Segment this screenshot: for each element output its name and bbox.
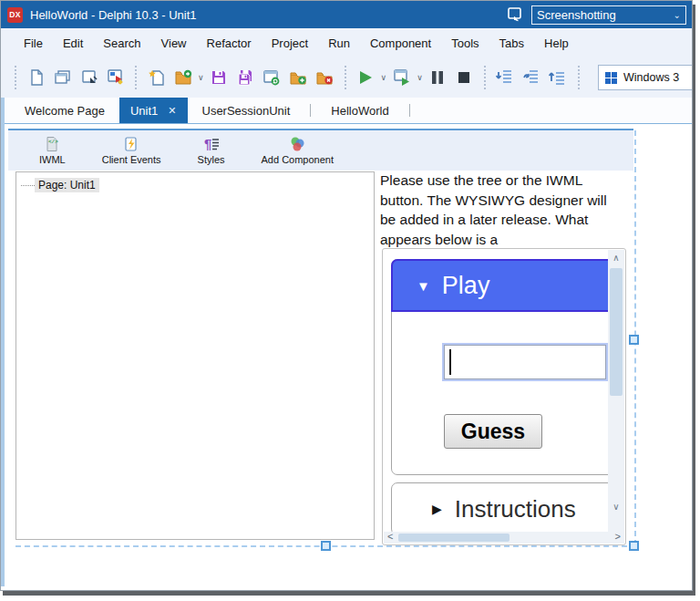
styles-button[interactable]: ¶ Styles bbox=[198, 136, 225, 165]
caret-down-icon: ▼ bbox=[417, 278, 430, 294]
title-bar: DX HelloWorld - Delphi 10.3 - Unit1 Scre… bbox=[1, 1, 692, 28]
main-toolbar: ∨ ∨ ∨ bbox=[1, 57, 692, 98]
add-file-to-project-icon[interactable] bbox=[286, 66, 311, 90]
editor-tab-bar: Welcome Page Unit1 ✕ UserSessionUnit Hel… bbox=[1, 98, 692, 123]
open-file-icon[interactable] bbox=[50, 66, 75, 90]
form-preview-frame: ▼ Play Guess ▶ Instructions ∧ ∨ < > bbox=[382, 248, 626, 545]
windows-logo-icon bbox=[605, 72, 617, 84]
play-section: ▼ Play Guess bbox=[391, 259, 623, 475]
iwml-button[interactable]: </> IWML bbox=[39, 136, 66, 165]
tab-unit1[interactable]: Unit1 ✕ bbox=[119, 98, 188, 123]
menu-bar: File Edit Search View Refactor Project R… bbox=[1, 28, 692, 57]
client-events-button[interactable]: Client Events bbox=[102, 136, 161, 165]
desktop-layout-select[interactable]: Screenshotting ⌄ bbox=[531, 5, 686, 25]
tree-node-page-unit1[interactable]: Page: Unit1 bbox=[21, 178, 374, 192]
play-section-header[interactable]: ▼ Play bbox=[391, 259, 624, 312]
menu-file[interactable]: File bbox=[14, 36, 53, 50]
tab-separator bbox=[409, 104, 410, 117]
tree-branch-line bbox=[21, 185, 35, 186]
styles-icon: ¶ bbox=[203, 136, 220, 152]
preview-vertical-scrollbar[interactable]: ∧ ∨ bbox=[608, 250, 624, 532]
save-file-as-icon[interactable] bbox=[77, 66, 101, 90]
toolbar-separator bbox=[345, 66, 346, 89]
open-project-icon[interactable] bbox=[170, 66, 195, 90]
preview-horizontal-scrollbar[interactable]: < > bbox=[384, 532, 624, 544]
open-project-chevron-icon[interactable]: ∨ bbox=[198, 73, 204, 82]
window-title: HelloWorld - Delphi 10.3 - Unit1 bbox=[30, 8, 506, 22]
add-component-button[interactable]: Add Component bbox=[262, 136, 335, 165]
stop-icon[interactable] bbox=[452, 66, 477, 90]
add-component-icon bbox=[289, 136, 305, 152]
target-platform-label: Windows 3 bbox=[623, 71, 679, 84]
save-all-icon[interactable] bbox=[233, 66, 258, 90]
toolbar-separator bbox=[135, 66, 137, 89]
desktop-switcher-icon[interactable] bbox=[506, 5, 524, 24]
run-without-debugging-icon[interactable] bbox=[389, 66, 414, 90]
remove-file-from-project-icon[interactable] bbox=[313, 66, 337, 90]
menu-component[interactable]: Component bbox=[360, 36, 441, 50]
run-without-debugging-chevron-icon[interactable]: ∨ bbox=[417, 73, 423, 82]
new-project-item-icon[interactable] bbox=[144, 66, 169, 90]
delphi-dx-logo-icon: DX bbox=[7, 7, 23, 23]
new-items-icon[interactable] bbox=[24, 66, 48, 90]
tab-usersessionunit[interactable]: UserSessionUnit bbox=[188, 98, 305, 123]
target-platform-select[interactable]: Windows 3 bbox=[598, 65, 693, 90]
toolbar-separator bbox=[578, 66, 580, 89]
dock-edge-accent bbox=[1, 98, 5, 586]
menu-search[interactable]: Search bbox=[93, 36, 150, 50]
menu-refactor[interactable]: Refactor bbox=[197, 36, 262, 50]
instructions-section-title: Instructions bbox=[455, 495, 576, 523]
menu-tabs[interactable]: Tabs bbox=[489, 36, 534, 50]
tab-close-icon[interactable]: ✕ bbox=[168, 105, 176, 117]
menu-help[interactable]: Help bbox=[534, 36, 579, 50]
resize-handle-bottom[interactable] bbox=[321, 541, 331, 551]
tab-separator bbox=[310, 104, 311, 117]
menu-project[interactable]: Project bbox=[262, 36, 318, 50]
svg-text:¶: ¶ bbox=[204, 136, 211, 151]
run-icon[interactable] bbox=[354, 66, 378, 90]
tab-helloworld[interactable]: HelloWorld bbox=[316, 98, 403, 123]
designer-toolbar: </> IWML Client Events ¶ Styles Add Comp… bbox=[8, 130, 633, 171]
client-events-icon bbox=[123, 136, 139, 152]
tab-welcome-page[interactable]: Welcome Page bbox=[10, 98, 119, 123]
menu-edit[interactable]: Edit bbox=[53, 36, 93, 50]
ide-window: DX HelloWorld - Delphi 10.3 - Unit1 Scre… bbox=[0, 0, 693, 591]
component-tree-panel: Page: Unit1 bbox=[15, 171, 375, 540]
menu-tools[interactable]: Tools bbox=[441, 36, 489, 50]
menu-view[interactable]: View bbox=[151, 36, 197, 50]
toolbar-separator bbox=[484, 66, 486, 89]
scroll-right-icon[interactable]: > bbox=[615, 531, 621, 542]
save-icon[interactable] bbox=[207, 66, 232, 90]
tab-bar-underline bbox=[1, 123, 692, 124]
guess-button[interactable]: Guess bbox=[444, 414, 542, 449]
menu-toolbar-area: File Edit Search View Refactor Project R… bbox=[1, 28, 692, 98]
designer-notice-text: Please use the tree or the IWML button. … bbox=[380, 171, 615, 251]
refresh-project-icon[interactable] bbox=[260, 66, 284, 90]
pause-icon[interactable] bbox=[426, 66, 450, 90]
svg-text:</>: </> bbox=[48, 139, 58, 145]
vertical-scroll-thumb[interactable] bbox=[610, 268, 623, 396]
select-form-icon[interactable] bbox=[103, 66, 128, 90]
run-chevron-icon[interactable]: ∨ bbox=[381, 73, 387, 82]
trace-into-icon[interactable] bbox=[493, 66, 518, 90]
scroll-up-icon[interactable]: ∧ bbox=[608, 253, 624, 263]
run-until-return-icon[interactable] bbox=[546, 66, 571, 90]
caret-right-icon: ▶ bbox=[432, 502, 442, 516]
menu-run[interactable]: Run bbox=[318, 36, 360, 50]
guess-input[interactable] bbox=[442, 343, 608, 381]
toolbar-separator bbox=[15, 66, 16, 89]
resize-handle-corner[interactable] bbox=[629, 541, 639, 551]
horizontal-scroll-thumb[interactable] bbox=[398, 534, 510, 542]
chevron-down-icon: ⌄ bbox=[674, 10, 681, 20]
scroll-down-icon[interactable]: ∨ bbox=[608, 502, 624, 512]
desktop-layout-value: Screenshotting bbox=[537, 8, 670, 22]
text-cursor bbox=[449, 349, 451, 375]
resize-handle-right[interactable] bbox=[629, 335, 639, 345]
play-section-title: Play bbox=[442, 272, 490, 300]
instructions-section[interactable]: ▶ Instructions bbox=[391, 482, 623, 535]
scroll-left-icon[interactable]: < bbox=[387, 531, 393, 542]
iwml-markup-icon: </> bbox=[44, 136, 60, 152]
step-over-icon[interactable] bbox=[520, 66, 544, 90]
